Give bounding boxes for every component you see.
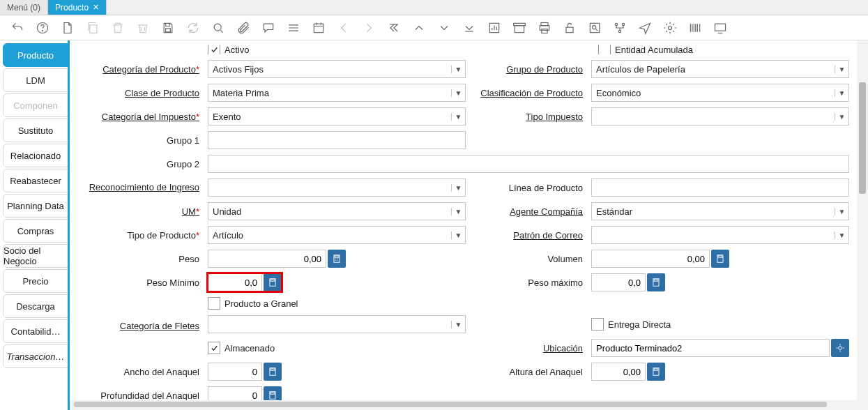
zoom-icon[interactable] xyxy=(587,20,602,36)
send-icon[interactable] xyxy=(637,20,653,36)
calc-icon[interactable] xyxy=(328,250,346,268)
vtab-8[interactable]: Socio del Negocio xyxy=(3,244,68,268)
input-linea[interactable] xyxy=(591,179,849,197)
first-icon[interactable] xyxy=(386,20,402,36)
copy-icon[interactable] xyxy=(85,20,100,36)
svg-rect-12 xyxy=(590,23,599,32)
chevron-down-icon[interactable]: ▼ xyxy=(451,66,465,73)
input-grupo1[interactable] xyxy=(208,131,466,149)
calc-icon[interactable] xyxy=(264,273,282,291)
lock-icon[interactable] xyxy=(562,20,577,36)
input-ancho-anaq[interactable] xyxy=(208,363,262,381)
combo-patron[interactable]: ▼ xyxy=(591,226,849,244)
chevron-down-icon[interactable]: ▼ xyxy=(835,113,848,121)
save-icon[interactable] xyxy=(160,20,176,36)
calc-icon[interactable] xyxy=(647,273,665,291)
combo-um[interactable]: Unidad▼ xyxy=(208,202,466,220)
checkbox-granel[interactable] xyxy=(208,297,220,310)
combo-cat-imp[interactable]: Exento▼ xyxy=(208,107,466,126)
calendar-icon[interactable] xyxy=(311,20,326,36)
calc-icon[interactable] xyxy=(711,250,729,268)
undo-icon[interactable] xyxy=(10,20,25,36)
vtab-10[interactable]: Descarga xyxy=(3,294,68,318)
combo-tipo-imp[interactable]: ▼ xyxy=(591,107,849,126)
last-icon[interactable] xyxy=(462,20,477,36)
help-icon[interactable] xyxy=(35,20,50,36)
chevron-down-icon[interactable]: ▼ xyxy=(451,113,465,121)
chevron-down-icon[interactable]: ▼ xyxy=(451,208,465,215)
refresh-icon[interactable] xyxy=(185,20,201,36)
scroll-thumb[interactable] xyxy=(74,402,827,407)
scrollbar-vertical[interactable] xyxy=(857,40,868,410)
svg-rect-11 xyxy=(566,27,573,32)
vtab-1[interactable]: LDM xyxy=(3,68,68,92)
input-peso-min[interactable] xyxy=(208,273,262,291)
svg-rect-33 xyxy=(271,393,275,394)
chevron-down-icon[interactable]: ▼ xyxy=(451,89,465,97)
combo-cat-prod[interactable]: Activos Fijos▼ xyxy=(208,60,466,78)
down-icon[interactable] xyxy=(436,20,452,36)
combo-grp-prod[interactable]: Artículos de Papelería▼ xyxy=(591,60,849,78)
vtab-12[interactable]: Transaccion… xyxy=(3,344,68,368)
combo-clasif[interactable]: Económico▼ xyxy=(591,84,849,102)
calc-icon[interactable] xyxy=(647,363,665,381)
gear-icon[interactable] xyxy=(662,20,678,36)
scroll-thumb[interactable] xyxy=(859,82,866,194)
calc-icon[interactable] xyxy=(264,363,282,381)
checkbox-entrega[interactable] xyxy=(591,318,604,331)
chevron-down-icon[interactable]: ▼ xyxy=(835,208,848,215)
chevron-down-icon[interactable]: ▼ xyxy=(835,231,848,239)
locate-icon[interactable] xyxy=(831,339,849,357)
chevron-down-icon[interactable]: ▼ xyxy=(451,321,465,328)
tab-producto[interactable]: Producto✕ xyxy=(48,0,107,15)
combo-agente[interactable]: Estándar▼ xyxy=(591,202,849,220)
combo-clase[interactable]: Materia Prima▼ xyxy=(208,84,466,102)
side-nav: ProductoLDMComponenSustitutoRelacionadoR… xyxy=(0,40,70,410)
combo-cat-fletes[interactable]: ▼ xyxy=(208,315,466,333)
vtab-9[interactable]: Precio xyxy=(3,269,68,293)
checkbox-entidad-acumulada[interactable] xyxy=(598,45,611,54)
chevron-down-icon[interactable]: ▼ xyxy=(451,231,465,239)
prev-icon[interactable] xyxy=(336,20,351,36)
report-icon[interactable] xyxy=(487,20,502,36)
checkbox-almacenado[interactable] xyxy=(208,342,220,354)
delete-icon[interactable] xyxy=(110,20,125,36)
chevron-down-icon[interactable]: ▼ xyxy=(835,89,848,97)
input-volumen[interactable] xyxy=(591,250,710,268)
scrollbar-horizontal[interactable] xyxy=(70,400,857,410)
window-tab-strip: Menú (0) Producto✕ xyxy=(0,0,868,15)
tab-menu[interactable]: Menú (0) xyxy=(0,0,48,15)
vtab-4[interactable]: Relacionado xyxy=(3,144,68,167)
input-peso[interactable] xyxy=(208,250,326,268)
vtab-6[interactable]: Planning Data xyxy=(3,194,68,218)
delete2-icon[interactable] xyxy=(135,20,151,36)
chevron-down-icon[interactable]: ▼ xyxy=(451,184,465,192)
vtab-7[interactable]: Compras xyxy=(3,219,68,243)
screen-icon[interactable] xyxy=(713,20,728,36)
vtab-3[interactable]: Sustituto xyxy=(3,119,68,142)
input-grupo2[interactable] xyxy=(208,155,849,173)
vtab-0[interactable]: Producto xyxy=(3,43,68,67)
chevron-down-icon[interactable]: ▼ xyxy=(835,66,848,73)
list-icon[interactable] xyxy=(286,20,301,36)
next-icon[interactable] xyxy=(361,20,376,36)
input-altura-anaq[interactable] xyxy=(591,363,646,381)
combo-reconoc[interactable]: ▼ xyxy=(208,179,466,197)
vtab-11[interactable]: Contabilid… xyxy=(3,319,68,343)
archive-icon[interactable] xyxy=(512,20,527,36)
checkbox-activo[interactable] xyxy=(208,45,220,54)
barcode-icon[interactable] xyxy=(687,20,703,36)
search-icon[interactable] xyxy=(211,20,226,36)
print-icon[interactable] xyxy=(537,20,552,36)
input-peso-max[interactable] xyxy=(591,273,646,291)
new-icon[interactable] xyxy=(60,20,75,36)
attach-icon[interactable] xyxy=(236,20,251,36)
chat-icon[interactable] xyxy=(261,20,276,36)
combo-tipo-prod[interactable]: Artículo▼ xyxy=(208,226,466,244)
vtab-5[interactable]: Reabastecer xyxy=(3,169,68,192)
up-icon[interactable] xyxy=(411,20,427,36)
vtab-2[interactable]: Componen xyxy=(3,93,68,117)
close-icon[interactable]: ✕ xyxy=(93,3,99,12)
input-ubicacion[interactable] xyxy=(591,339,830,357)
workflow-icon[interactable] xyxy=(612,20,627,36)
